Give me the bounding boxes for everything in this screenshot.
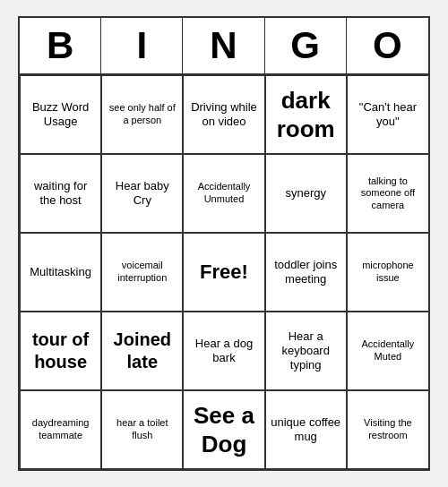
- bingo-cell-16[interactable]: Joined late: [101, 312, 183, 390]
- bingo-card: BINGO Buzz Word Usagesee only half of a …: [18, 16, 430, 471]
- bingo-cell-5[interactable]: waiting for the host: [20, 154, 101, 233]
- bingo-cell-7[interactable]: Accidentally Unmuted: [183, 154, 264, 233]
- bingo-letter-b: B: [20, 18, 101, 73]
- bingo-cell-17[interactable]: Hear a dog bark: [183, 312, 264, 390]
- bingo-cell-4[interactable]: "Can't hear you": [347, 75, 428, 154]
- bingo-cell-13[interactable]: toddler joins meeting: [265, 233, 347, 312]
- bingo-cell-21[interactable]: hear a toilet flush: [101, 390, 183, 469]
- bingo-letter-g: G: [265, 18, 347, 73]
- bingo-cell-19[interactable]: Accidentally Muted: [347, 312, 428, 390]
- bingo-cell-15[interactable]: tour of house: [20, 312, 101, 390]
- bingo-cell-14[interactable]: microphone issue: [347, 233, 428, 312]
- bingo-cell-3[interactable]: dark room: [265, 75, 347, 154]
- bingo-grid: Buzz Word Usagesee only half of a person…: [20, 75, 428, 469]
- bingo-cell-1[interactable]: see only half of a person: [101, 75, 183, 154]
- bingo-cell-23[interactable]: unique coffee mug: [265, 390, 347, 469]
- bingo-cell-9[interactable]: talking to someone off camera: [347, 154, 428, 233]
- bingo-cell-12[interactable]: Free!: [183, 233, 264, 312]
- bingo-letter-o: O: [347, 18, 428, 73]
- bingo-letter-n: N: [183, 18, 264, 73]
- bingo-cell-11[interactable]: voicemail interruption: [101, 233, 183, 312]
- bingo-header: BINGO: [20, 18, 428, 75]
- bingo-cell-2[interactable]: Driving while on video: [183, 75, 264, 154]
- bingo-cell-0[interactable]: Buzz Word Usage: [20, 75, 101, 154]
- bingo-cell-24[interactable]: Visiting the restroom: [347, 390, 428, 469]
- bingo-cell-8[interactable]: synergy: [265, 154, 347, 233]
- bingo-cell-10[interactable]: Multitasking: [20, 233, 101, 312]
- bingo-cell-18[interactable]: Hear a keyboard typing: [265, 312, 347, 390]
- bingo-letter-i: I: [101, 18, 183, 73]
- bingo-cell-20[interactable]: daydreaming teammate: [20, 390, 101, 469]
- bingo-cell-6[interactable]: Hear baby Cry: [101, 154, 183, 233]
- bingo-cell-22[interactable]: See a Dog: [183, 390, 264, 469]
